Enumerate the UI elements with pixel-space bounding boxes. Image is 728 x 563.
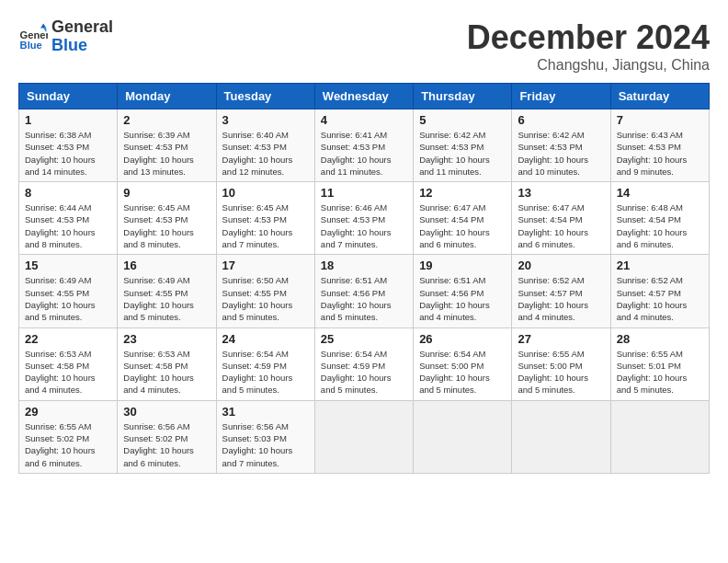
svg-text:Blue: Blue (20, 40, 42, 51)
svg-marker-2 (40, 23, 46, 28)
day-number: 26 (419, 332, 506, 346)
calendar-cell: 10 Sunrise: 6:45 AMSunset: 4:53 PMDaylig… (216, 182, 314, 255)
calendar-cell: 24 Sunrise: 6:54 AMSunset: 4:59 PMDaylig… (216, 327, 314, 400)
subtitle: Changshu, Jiangsu, China (467, 57, 710, 74)
calendar-cell: 11 Sunrise: 6:46 AMSunset: 4:53 PMDaylig… (314, 182, 413, 255)
day-number: 24 (222, 332, 309, 346)
calendar-cell: 7 Sunrise: 6:43 AMSunset: 4:53 PMDayligh… (610, 109, 709, 182)
day-info: Sunrise: 6:50 AMSunset: 4:55 PMDaylight:… (222, 274, 309, 323)
calendar-cell: 28 Sunrise: 6:55 AMSunset: 5:01 PMDaylig… (610, 327, 709, 400)
calendar-cell: 2 Sunrise: 6:39 AMSunset: 4:53 PMDayligh… (118, 109, 216, 182)
day-info: Sunrise: 6:53 AMSunset: 4:58 PMDaylight:… (25, 348, 111, 396)
calendar-cell: 8 Sunrise: 6:44 AMSunset: 4:53 PMDayligh… (19, 182, 118, 255)
day-number: 18 (321, 259, 407, 272)
calendar-cell: 20 Sunrise: 6:52 AMSunset: 4:57 PMDaylig… (512, 255, 610, 327)
calendar-cell: 27 Sunrise: 6:55 AMSunset: 5:00 PMDaylig… (512, 327, 610, 400)
day-info: Sunrise: 6:51 AMSunset: 4:56 PMDaylight:… (419, 274, 506, 323)
calendar-cell: 17 Sunrise: 6:50 AMSunset: 4:55 PMDaylig… (216, 255, 314, 327)
calendar-cell (414, 400, 512, 473)
calendar-cell: 13 Sunrise: 6:47 AMSunset: 4:54 PMDaylig… (512, 182, 610, 255)
calendar-cell: 5 Sunrise: 6:42 AMSunset: 4:53 PMDayligh… (414, 109, 512, 182)
day-info: Sunrise: 6:40 AMSunset: 4:53 PMDaylight:… (222, 129, 309, 178)
day-number: 30 (123, 405, 210, 419)
calendar-week-3: 15 Sunrise: 6:49 AMSunset: 4:55 PMDaylig… (19, 255, 710, 327)
day-number: 2 (123, 113, 210, 127)
day-info: Sunrise: 6:54 AMSunset: 5:00 PMDaylight:… (419, 348, 506, 396)
day-number: 7 (617, 113, 703, 127)
calendar-week-1: 1 Sunrise: 6:38 AMSunset: 4:53 PMDayligh… (19, 109, 710, 182)
day-info: Sunrise: 6:55 AMSunset: 5:02 PMDaylight:… (25, 420, 111, 469)
calendar-cell: 19 Sunrise: 6:51 AMSunset: 4:56 PMDaylig… (414, 255, 512, 327)
header-tuesday: Tuesday (216, 84, 314, 109)
calendar-cell: 21 Sunrise: 6:52 AMSunset: 4:57 PMDaylig… (610, 255, 709, 327)
header-friday: Friday (512, 84, 610, 109)
day-number: 22 (25, 332, 111, 346)
day-number: 3 (222, 113, 309, 127)
day-number: 17 (222, 259, 309, 272)
logo-icon: General Blue (18, 22, 48, 52)
calendar-cell: 16 Sunrise: 6:49 AMSunset: 4:55 PMDaylig… (118, 255, 216, 327)
calendar-week-2: 8 Sunrise: 6:44 AMSunset: 4:53 PMDayligh… (19, 182, 710, 255)
day-info: Sunrise: 6:54 AMSunset: 4:59 PMDaylight:… (321, 348, 407, 396)
calendar-cell: 1 Sunrise: 6:38 AMSunset: 4:53 PMDayligh… (19, 109, 118, 182)
calendar-cell: 3 Sunrise: 6:40 AMSunset: 4:53 PMDayligh… (216, 109, 314, 182)
day-info: Sunrise: 6:52 AMSunset: 4:57 PMDaylight:… (617, 274, 703, 323)
calendar-cell: 15 Sunrise: 6:49 AMSunset: 4:55 PMDaylig… (19, 255, 118, 327)
day-info: Sunrise: 6:54 AMSunset: 4:59 PMDaylight:… (222, 348, 309, 396)
day-number: 28 (617, 332, 703, 346)
calendar-cell: 6 Sunrise: 6:42 AMSunset: 4:53 PMDayligh… (512, 109, 610, 182)
day-number: 25 (321, 332, 407, 346)
day-info: Sunrise: 6:41 AMSunset: 4:53 PMDaylight:… (321, 129, 407, 178)
day-info: Sunrise: 6:44 AMSunset: 4:53 PMDaylight:… (25, 201, 111, 250)
calendar-week-4: 22 Sunrise: 6:53 AMSunset: 4:58 PMDaylig… (19, 327, 710, 400)
calendar-cell: 26 Sunrise: 6:54 AMSunset: 5:00 PMDaylig… (414, 327, 512, 400)
calendar-cell: 23 Sunrise: 6:53 AMSunset: 4:58 PMDaylig… (118, 327, 216, 400)
day-number: 23 (123, 332, 210, 346)
header-saturday: Saturday (610, 84, 709, 109)
day-info: Sunrise: 6:52 AMSunset: 4:57 PMDaylight:… (518, 274, 604, 323)
calendar-cell (512, 400, 610, 473)
day-number: 4 (321, 113, 407, 127)
day-info: Sunrise: 6:46 AMSunset: 4:53 PMDaylight:… (321, 201, 407, 250)
calendar-cell: 14 Sunrise: 6:48 AMSunset: 4:54 PMDaylig… (610, 182, 709, 255)
day-number: 8 (25, 186, 111, 200)
calendar-cell: 31 Sunrise: 6:56 AMSunset: 5:03 PMDaylig… (216, 400, 314, 473)
header-monday: Monday (118, 84, 216, 109)
day-info: Sunrise: 6:39 AMSunset: 4:53 PMDaylight:… (123, 129, 210, 178)
day-info: Sunrise: 6:55 AMSunset: 5:01 PMDaylight:… (617, 348, 703, 396)
day-info: Sunrise: 6:45 AMSunset: 4:53 PMDaylight:… (222, 201, 309, 250)
day-number: 14 (617, 186, 703, 200)
day-info: Sunrise: 6:53 AMSunset: 4:58 PMDaylight:… (123, 348, 210, 396)
header-thursday: Thursday (414, 84, 512, 109)
calendar-cell (314, 400, 413, 473)
day-info: Sunrise: 6:42 AMSunset: 4:53 PMDaylight:… (419, 129, 506, 178)
svg-text:General: General (20, 29, 48, 40)
day-info: Sunrise: 6:42 AMSunset: 4:53 PMDaylight:… (518, 129, 604, 178)
calendar-cell: 12 Sunrise: 6:47 AMSunset: 4:54 PMDaylig… (414, 182, 512, 255)
day-number: 12 (419, 186, 506, 200)
day-info: Sunrise: 6:56 AMSunset: 5:02 PMDaylight:… (123, 420, 210, 469)
day-number: 27 (518, 332, 604, 346)
day-number: 11 (321, 186, 407, 200)
header-wednesday: Wednesday (314, 84, 413, 109)
day-info: Sunrise: 6:47 AMSunset: 4:54 PMDaylight:… (419, 201, 506, 250)
day-number: 9 (123, 186, 210, 200)
calendar-header-row: SundayMondayTuesdayWednesdayThursdayFrid… (19, 84, 710, 109)
day-number: 6 (518, 113, 604, 127)
day-number: 1 (25, 113, 111, 127)
logo: General Blue General Blue (18, 18, 113, 55)
day-info: Sunrise: 6:43 AMSunset: 4:53 PMDaylight:… (617, 129, 703, 178)
day-number: 20 (518, 259, 604, 272)
day-number: 21 (617, 259, 703, 272)
day-number: 10 (222, 186, 309, 200)
calendar-cell: 30 Sunrise: 6:56 AMSunset: 5:02 PMDaylig… (118, 400, 216, 473)
header: General Blue General Blue December 2024 … (18, 18, 710, 74)
day-info: Sunrise: 6:55 AMSunset: 5:00 PMDaylight:… (518, 348, 604, 396)
calendar-cell: 18 Sunrise: 6:51 AMSunset: 4:56 PMDaylig… (314, 255, 413, 327)
month-title: December 2024 (467, 18, 710, 57)
day-number: 13 (518, 186, 604, 200)
day-number: 16 (123, 259, 210, 272)
day-info: Sunrise: 6:49 AMSunset: 4:55 PMDaylight:… (25, 274, 111, 323)
day-info: Sunrise: 6:49 AMSunset: 4:55 PMDaylight:… (123, 274, 210, 323)
day-number: 29 (25, 405, 111, 419)
